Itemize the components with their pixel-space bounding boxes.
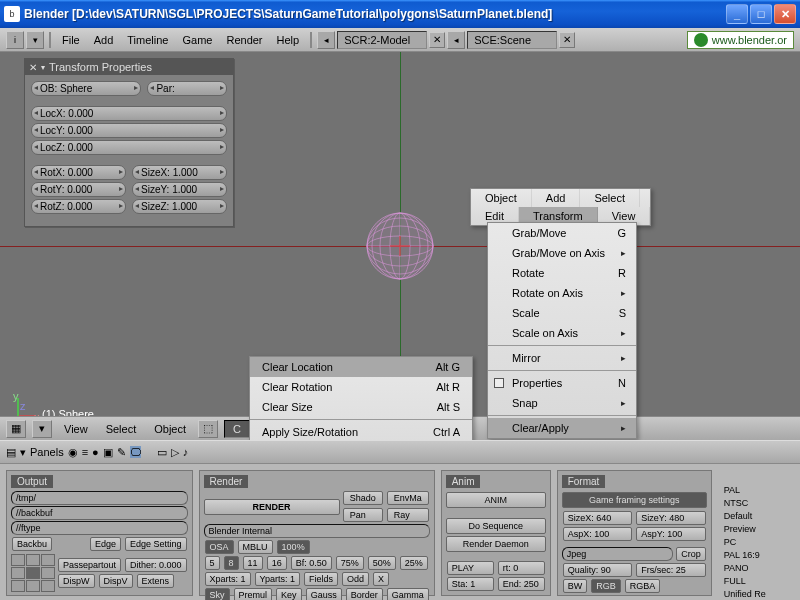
submenu-rotate[interactable]: RotateR (488, 263, 636, 283)
submenu-grab[interactable]: Grab/MoveG (488, 223, 636, 243)
vp-menu-select[interactable]: Select (100, 421, 143, 437)
do-sequence-button[interactable]: Do Sequence (446, 518, 546, 534)
aspx-field[interactable]: AspX: 100 (563, 527, 633, 541)
backbuf-path-field[interactable]: //backbuf (11, 506, 188, 520)
pct100-button[interactable]: 100% (277, 540, 310, 554)
mblur-button[interactable]: MBLU (238, 540, 273, 554)
ctx-select[interactable]: Select (580, 189, 640, 207)
preset-pal[interactable]: PAL (718, 484, 772, 496)
locx-field[interactable]: LocX: 0.000 (31, 106, 227, 121)
context-object-icon[interactable]: ▣ (103, 446, 113, 459)
viewport-expand-icon[interactable]: ▾ (32, 420, 52, 438)
submenu-scale[interactable]: ScaleS (488, 303, 636, 323)
clear-size[interactable]: Clear SizeAlt S (250, 397, 472, 417)
anim-button[interactable]: ANIM (446, 492, 546, 508)
buttons-type-icon[interactable]: ▤ (6, 446, 16, 459)
sta-field[interactable]: Sta: 1 (447, 577, 494, 591)
spacebar-context-menu[interactable]: Object Add Select Edit Transform View (470, 188, 651, 226)
vp-menu-view[interactable]: View (58, 421, 94, 437)
maximize-button[interactable]: □ (750, 4, 772, 24)
panel-close-icon[interactable]: ✕ (29, 62, 37, 73)
preset-preview[interactable]: Preview (718, 523, 772, 535)
expand-icon[interactable]: ▾ (26, 31, 44, 49)
ftype-path-field[interactable]: //ftype (11, 521, 188, 535)
preset-pano[interactable]: PANO (718, 562, 772, 574)
render-engine-selector[interactable]: Blender Internal (204, 524, 430, 538)
menu-timeline[interactable]: Timeline (121, 32, 174, 48)
osa8[interactable]: 8 (224, 556, 239, 570)
edge-settings-button[interactable]: Edge Setting (125, 537, 187, 551)
menu-add[interactable]: Add (88, 32, 120, 48)
osa-button[interactable]: OSA (205, 540, 234, 554)
roty-field[interactable]: RotY: 0.000 (31, 182, 126, 197)
rotz-field[interactable]: RotZ: 0.000 (31, 199, 126, 214)
bf-field[interactable]: Bf: 0.50 (291, 556, 332, 570)
scn-prev-icon[interactable]: ◂ (447, 31, 465, 49)
screen-selector[interactable]: SCR:2-Model (337, 31, 427, 49)
menu-file[interactable]: File (56, 32, 86, 48)
ctx-object[interactable]: Object (471, 189, 532, 207)
gauss-button[interactable]: Gauss (306, 588, 342, 600)
panels-label[interactable]: Panels (30, 446, 64, 458)
pan-button[interactable]: Pan (343, 508, 383, 522)
preset-ntsc[interactable]: NTSC (718, 497, 772, 509)
sizey-field[interactable]: SizeY: 1.000 (132, 182, 227, 197)
osa11[interactable]: 11 (243, 556, 263, 570)
osa16[interactable]: 16 (267, 556, 287, 570)
quality-field[interactable]: Quality: 90 (563, 563, 633, 577)
submenu-scale-axis[interactable]: Scale on Axis▸ (488, 323, 636, 343)
menu-game[interactable]: Game (176, 32, 218, 48)
format-selector[interactable]: Jpeg (562, 547, 673, 561)
envmap-button[interactable]: EnvMa (387, 491, 429, 505)
context-editing-icon[interactable]: ✎ (117, 446, 126, 459)
context-script-icon[interactable]: ≡ (82, 446, 88, 458)
minimize-button[interactable]: _ (726, 4, 748, 24)
buttons-expand-icon[interactable]: ▾ (20, 446, 26, 459)
premul-button[interactable]: Premul (234, 588, 273, 600)
screen-delete-button[interactable]: ✕ (429, 32, 445, 48)
parent-field[interactable]: Par: (147, 81, 227, 96)
submenu-mirror[interactable]: Mirror▸ (488, 348, 636, 368)
render-daemon-button[interactable]: Render Daemon (446, 536, 546, 552)
rotx-field[interactable]: RotX: 0.000 (31, 165, 126, 180)
context-scene-icon[interactable]: 🖵 (130, 446, 141, 458)
edge-button[interactable]: Edge (90, 537, 121, 551)
locy-field[interactable]: LocY: 0.000 (31, 123, 227, 138)
mode-selector[interactable]: C (224, 420, 250, 438)
extens-button[interactable]: Extens (137, 574, 175, 588)
ctx-add[interactable]: Add (532, 189, 581, 207)
viewport-type-icon[interactable]: ▦ (6, 420, 26, 438)
backbuf-button[interactable]: Backbu (12, 537, 52, 551)
rgb-button[interactable]: RGB (591, 579, 621, 593)
locz-field[interactable]: LocZ: 0.000 (31, 140, 227, 155)
panel-tab-anim[interactable]: Anim (446, 475, 481, 488)
submenu-rotate-axis[interactable]: Rotate on Axis▸ (488, 283, 636, 303)
sub-render-icon[interactable]: ▭ (157, 446, 167, 459)
url-bar[interactable]: www.blender.or (687, 31, 794, 49)
dither-field[interactable]: Dither: 0.000 (125, 558, 187, 572)
submenu-snap[interactable]: Snap▸ (488, 393, 636, 413)
preset-pal169[interactable]: PAL 16:9 (718, 549, 772, 561)
panel-tab-render[interactable]: Render (204, 475, 249, 488)
sizey-field[interactable]: SizeY: 480 (636, 511, 706, 525)
odd-button[interactable]: Odd (342, 572, 369, 586)
panel-header[interactable]: ✕ ▾ Transform Properties (25, 59, 233, 75)
passepartout-button[interactable]: Passepartout (58, 558, 121, 572)
window-type-icon[interactable]: i (6, 31, 24, 49)
submenu-grab-axis[interactable]: Grab/Move on Axis▸ (488, 243, 636, 263)
context-shading-icon[interactable]: ● (92, 446, 99, 458)
transform-properties-panel[interactable]: ✕ ▾ Transform Properties OB: Sphere Par:… (24, 58, 234, 227)
crop-button[interactable]: Crop (676, 547, 706, 561)
key-button[interactable]: Key (276, 588, 302, 600)
menu-help[interactable]: Help (271, 32, 306, 48)
border-button[interactable]: Border (346, 588, 383, 600)
context-logic-icon[interactable]: ◉ (68, 446, 78, 459)
render-button[interactable]: RENDER (204, 499, 340, 515)
ray-button[interactable]: Ray (387, 508, 429, 522)
sky-button[interactable]: Sky (205, 588, 230, 600)
sizex-field[interactable]: SizeX: 1.000 (132, 165, 227, 180)
dispw-button[interactable]: DispW (58, 574, 95, 588)
panel-tab-output[interactable]: Output (11, 475, 53, 488)
fields-button[interactable]: Fields (304, 572, 338, 586)
preset-unified[interactable]: Unified Re (718, 588, 772, 600)
